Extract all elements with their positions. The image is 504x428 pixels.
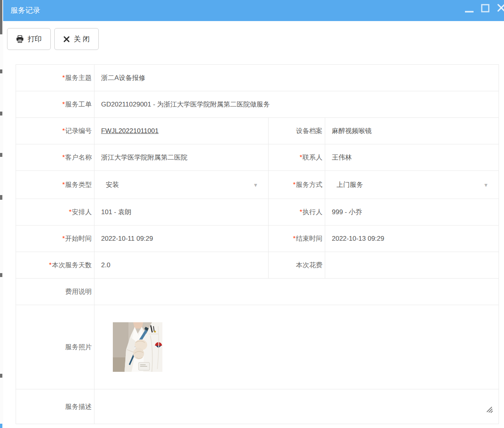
close-button[interactable]: 关 闭	[54, 28, 99, 50]
field-label-service-mode: *服务方式	[269, 171, 325, 199]
service-photo-thumbnail[interactable]	[113, 322, 162, 372]
field-value-photos	[94, 305, 499, 389]
service-type-select[interactable]: 安装 ▼	[94, 171, 269, 199]
required-mark: *	[62, 181, 65, 188]
field-value-work-order: GD20211029001 - 为浙江大学医学院附属第二医院做服务	[94, 91, 499, 118]
field-label-cost-note: 费用说明	[16, 279, 94, 305]
service-record-dialog: 服务记录	[3, 0, 504, 428]
required-mark: *	[49, 261, 52, 269]
close-button-label: 关 闭	[74, 34, 90, 44]
field-value-executor: 999 - 小乔	[325, 199, 499, 226]
field-value-cost	[325, 252, 499, 279]
field-value-customer: 浙江大学医学院附属第二医院	[94, 144, 269, 171]
minimize-icon	[465, 0, 474, 21]
dialog-titlebar: 服务记录	[3, 0, 504, 21]
row-days-cost: *本次服务天数 2.0 本次花费	[16, 252, 499, 279]
field-label-photos: 服务照片	[16, 305, 94, 389]
required-mark: *	[299, 208, 302, 216]
required-mark: *	[62, 74, 65, 82]
printer-icon	[16, 35, 24, 43]
field-label-description: 服务描述	[16, 389, 94, 424]
row-cost-note: 费用说明	[16, 279, 499, 305]
required-mark: *	[293, 181, 296, 188]
service-mode-value: 上门服务	[337, 181, 363, 188]
field-value-device-file: 麻醉视频喉镜	[325, 118, 499, 144]
required-mark: *	[293, 235, 296, 242]
record-number-link[interactable]: FWJL20221011001	[101, 127, 159, 135]
required-mark: *	[62, 235, 65, 242]
field-value-record-no: FWJL20221011001	[94, 118, 269, 144]
row-arranger-executor: *安排人 101 - 袁朗 *执行人 999 - 小乔	[16, 199, 499, 226]
field-label-end-time: *结束时间	[269, 226, 325, 252]
field-value-arranger: 101 - 袁朗	[94, 199, 269, 226]
required-mark: *	[62, 127, 65, 135]
field-value-cost-note	[94, 279, 499, 305]
background-page-sliver	[0, 0, 3, 428]
dialog-title: 服务记录	[11, 6, 40, 14]
window-close-icon	[496, 0, 504, 21]
row-record-no: *记录编号 FWJL20221011001 设备档案 麻醉视频喉镜	[16, 118, 499, 144]
service-record-table: *服务主题 浙二A设备报修 *服务工单 GD20211029001 - 为浙江大…	[16, 64, 499, 424]
field-value-topic: 浙二A设备报修	[94, 65, 499, 91]
chevron-down-icon: ▼	[253, 182, 258, 188]
background-mark	[0, 69, 2, 73]
toolbar: 打印 关 闭	[3, 21, 504, 50]
print-button-label: 打印	[28, 34, 42, 44]
field-value-start-time: 2022-10-11 09:29	[94, 226, 269, 252]
background-mark	[0, 374, 2, 378]
row-times: *开始时间 2022-10-11 09:29 *结束时间 2022-10-13 …	[16, 226, 499, 252]
field-value-end-time: 2022-10-13 09:29	[325, 226, 499, 252]
field-label-cost: 本次花费	[269, 252, 325, 279]
service-mode-select[interactable]: 上门服务 ▼	[325, 171, 499, 199]
background-mark	[0, 153, 2, 157]
row-work-order: *服务工单 GD20211029001 - 为浙江大学医学院附属第二医院做服务	[16, 91, 499, 118]
field-label-service-days: *本次服务天数	[16, 252, 94, 279]
required-mark: *	[299, 154, 302, 161]
background-mark	[0, 195, 2, 200]
close-x-icon	[63, 36, 70, 43]
required-mark: *	[62, 101, 65, 108]
resize-grip-icon[interactable]	[485, 405, 495, 416]
maximize-icon	[481, 0, 490, 21]
row-service-type-mode: *服务类型 安装 ▼ *服务方式 上门服务 ▼	[16, 171, 499, 199]
field-label-topic: *服务主题	[16, 65, 94, 91]
service-type-value: 安装	[106, 181, 119, 188]
window-close-button[interactable]	[495, 0, 504, 21]
field-label-arranger: *安排人	[16, 199, 94, 226]
field-label-contact: *联系人	[269, 144, 325, 171]
field-label-work-order: *服务工单	[16, 91, 94, 118]
background-mark	[0, 112, 2, 115]
chevron-down-icon: ▼	[483, 182, 488, 188]
field-label-record-no: *记录编号	[16, 118, 94, 144]
row-customer: *客户名称 浙江大学医学院附属第二医院 *联系人 王伟林	[16, 144, 499, 171]
field-label-customer: *客户名称	[16, 144, 94, 171]
print-button[interactable]: 打印	[7, 28, 51, 50]
background-mark	[0, 273, 2, 277]
required-mark: *	[62, 154, 65, 161]
field-value-contact: 王伟林	[325, 144, 499, 171]
field-label-device-file: 设备档案	[269, 118, 325, 144]
field-label-service-type: *服务类型	[16, 171, 94, 199]
field-label-executor: *执行人	[269, 199, 325, 226]
background-mark	[0, 424, 2, 428]
row-topic: *服务主题 浙二A设备报修	[16, 65, 499, 91]
field-label-start-time: *开始时间	[16, 226, 94, 252]
row-photos: 服务照片	[16, 305, 499, 389]
background-mark	[0, 0, 2, 34]
window-controls	[402, 0, 504, 21]
row-description: 服务描述	[16, 389, 499, 424]
description-textarea[interactable]	[94, 389, 499, 424]
field-value-service-days: 2.0	[94, 252, 269, 279]
required-mark: *	[69, 208, 71, 216]
minimize-button[interactable]	[463, 0, 475, 21]
maximize-button[interactable]	[479, 0, 491, 21]
